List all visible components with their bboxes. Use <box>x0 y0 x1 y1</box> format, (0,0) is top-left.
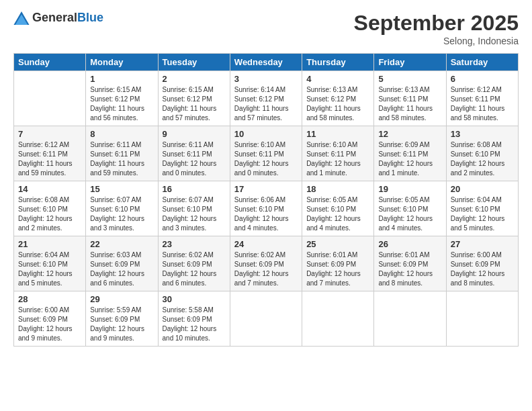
day-number: 1 <box>90 74 153 84</box>
day-info: Sunrise: 6:15 AM Sunset: 6:12 PM Dayligh… <box>90 85 153 123</box>
calendar-header-row: SundayMondayTuesdayWednesdayThursdayFrid… <box>14 54 519 71</box>
calendar-table: SundayMondayTuesdayWednesdayThursdayFrid… <box>13 53 519 347</box>
calendar-cell: 5Sunrise: 6:13 AM Sunset: 6:11 PM Daylig… <box>374 71 446 126</box>
calendar-cell: 9Sunrise: 6:11 AM Sunset: 6:11 PM Daylig… <box>158 126 230 181</box>
calendar-cell: 28Sunrise: 6:00 AM Sunset: 6:09 PM Dayli… <box>14 291 86 347</box>
calendar-week-row: 21Sunrise: 6:04 AM Sunset: 6:10 PM Dayli… <box>14 236 519 291</box>
calendar-week-row: 28Sunrise: 6:00 AM Sunset: 6:09 PM Dayli… <box>14 291 519 347</box>
day-number: 18 <box>306 184 369 194</box>
calendar-cell: 27Sunrise: 6:00 AM Sunset: 6:09 PM Dayli… <box>446 236 518 291</box>
calendar-cell: 13Sunrise: 6:08 AM Sunset: 6:10 PM Dayli… <box>446 126 518 181</box>
header-day: Saturday <box>446 54 518 71</box>
day-number: 16 <box>163 184 226 194</box>
calendar-cell: 24Sunrise: 6:02 AM Sunset: 6:09 PM Dayli… <box>230 236 302 291</box>
location: Selong, Indonesia <box>354 36 519 46</box>
calendar-cell: 17Sunrise: 6:06 AM Sunset: 6:10 PM Dayli… <box>230 181 302 236</box>
day-info: Sunrise: 6:01 AM Sunset: 6:09 PM Dayligh… <box>306 250 369 288</box>
day-number: 24 <box>234 239 298 249</box>
calendar-week-row: 7Sunrise: 6:12 AM Sunset: 6:11 PM Daylig… <box>14 126 519 181</box>
header-day: Wednesday <box>230 54 302 71</box>
day-info: Sunrise: 6:04 AM Sunset: 6:10 PM Dayligh… <box>18 250 81 288</box>
logo-icon <box>13 11 30 25</box>
calendar-cell: 14Sunrise: 6:08 AM Sunset: 6:10 PM Dayli… <box>14 181 86 236</box>
day-info: Sunrise: 6:14 AM Sunset: 6:12 PM Dayligh… <box>234 85 298 123</box>
logo-general: General <box>32 11 77 24</box>
day-info: Sunrise: 6:10 AM Sunset: 6:11 PM Dayligh… <box>234 140 298 178</box>
logo-blue: Blue <box>77 11 103 24</box>
calendar-cell: 1Sunrise: 6:15 AM Sunset: 6:12 PM Daylig… <box>86 71 158 126</box>
calendar-cell: 22Sunrise: 6:03 AM Sunset: 6:09 PM Dayli… <box>86 236 158 291</box>
calendar-cell: 12Sunrise: 6:09 AM Sunset: 6:11 PM Dayli… <box>374 126 446 181</box>
day-info: Sunrise: 6:02 AM Sunset: 6:09 PM Dayligh… <box>234 250 298 288</box>
day-info: Sunrise: 6:11 AM Sunset: 6:11 PM Dayligh… <box>90 140 153 178</box>
day-number: 3 <box>234 74 298 84</box>
day-number: 30 <box>163 294 226 304</box>
day-info: Sunrise: 6:12 AM Sunset: 6:11 PM Dayligh… <box>451 85 514 123</box>
day-number: 7 <box>18 129 81 139</box>
day-number: 13 <box>451 129 514 139</box>
logo-text: GeneralBlue <box>32 11 103 25</box>
day-number: 8 <box>90 129 153 139</box>
day-info: Sunrise: 6:00 AM Sunset: 6:09 PM Dayligh… <box>18 306 81 343</box>
calendar-cell <box>230 291 302 347</box>
day-number: 6 <box>451 74 514 84</box>
day-info: Sunrise: 6:09 AM Sunset: 6:11 PM Dayligh… <box>378 140 441 178</box>
day-number: 26 <box>378 239 441 249</box>
day-info: Sunrise: 6:02 AM Sunset: 6:09 PM Dayligh… <box>163 250 226 288</box>
title-block: September 2025 Selong, Indonesia <box>354 11 519 46</box>
header-day: Thursday <box>302 54 374 71</box>
day-info: Sunrise: 6:15 AM Sunset: 6:12 PM Dayligh… <box>163 85 226 123</box>
day-info: Sunrise: 6:00 AM Sunset: 6:09 PM Dayligh… <box>451 250 514 288</box>
day-number: 28 <box>18 294 81 304</box>
header-day: Monday <box>86 54 158 71</box>
day-number: 27 <box>451 239 514 249</box>
header: GeneralBlue September 2025 Selong, Indon… <box>13 11 519 46</box>
calendar-cell: 7Sunrise: 6:12 AM Sunset: 6:11 PM Daylig… <box>14 126 86 181</box>
day-info: Sunrise: 6:11 AM Sunset: 6:11 PM Dayligh… <box>163 140 226 178</box>
calendar-cell <box>446 291 518 347</box>
day-number: 25 <box>306 239 369 249</box>
day-number: 2 <box>163 74 226 84</box>
calendar-cell: 29Sunrise: 5:59 AM Sunset: 6:09 PM Dayli… <box>86 291 158 347</box>
calendar-cell: 2Sunrise: 6:15 AM Sunset: 6:12 PM Daylig… <box>158 71 230 126</box>
day-info: Sunrise: 6:03 AM Sunset: 6:09 PM Dayligh… <box>90 250 153 288</box>
calendar-cell: 18Sunrise: 6:05 AM Sunset: 6:10 PM Dayli… <box>302 181 374 236</box>
day-number: 17 <box>234 184 298 194</box>
calendar-week-row: 14Sunrise: 6:08 AM Sunset: 6:10 PM Dayli… <box>14 181 519 236</box>
calendar-cell: 25Sunrise: 6:01 AM Sunset: 6:09 PM Dayli… <box>302 236 374 291</box>
day-info: Sunrise: 6:12 AM Sunset: 6:11 PM Dayligh… <box>18 140 81 178</box>
calendar-cell: 21Sunrise: 6:04 AM Sunset: 6:10 PM Dayli… <box>14 236 86 291</box>
day-info: Sunrise: 6:06 AM Sunset: 6:10 PM Dayligh… <box>234 195 298 233</box>
day-number: 20 <box>451 184 514 194</box>
calendar-cell: 23Sunrise: 6:02 AM Sunset: 6:09 PM Dayli… <box>158 236 230 291</box>
day-info: Sunrise: 6:04 AM Sunset: 6:10 PM Dayligh… <box>451 195 514 233</box>
day-number: 5 <box>378 74 441 84</box>
day-info: Sunrise: 6:13 AM Sunset: 6:12 PM Dayligh… <box>306 85 369 123</box>
calendar-cell: 11Sunrise: 6:10 AM Sunset: 6:11 PM Dayli… <box>302 126 374 181</box>
month-title: September 2025 <box>354 11 519 36</box>
calendar-week-row: 1Sunrise: 6:15 AM Sunset: 6:12 PM Daylig… <box>14 71 519 126</box>
page: GeneralBlue September 2025 Selong, Indon… <box>0 0 532 411</box>
day-number: 19 <box>378 184 441 194</box>
logo: GeneralBlue <box>13 11 103 25</box>
day-info: Sunrise: 6:07 AM Sunset: 6:10 PM Dayligh… <box>90 195 153 233</box>
calendar-cell <box>14 71 86 126</box>
day-info: Sunrise: 6:05 AM Sunset: 6:10 PM Dayligh… <box>306 195 369 233</box>
calendar-cell: 19Sunrise: 6:05 AM Sunset: 6:10 PM Dayli… <box>374 181 446 236</box>
calendar-cell: 6Sunrise: 6:12 AM Sunset: 6:11 PM Daylig… <box>446 71 518 126</box>
calendar-cell <box>302 291 374 347</box>
header-day: Tuesday <box>158 54 230 71</box>
header-day: Friday <box>374 54 446 71</box>
day-number: 9 <box>163 129 226 139</box>
day-info: Sunrise: 6:05 AM Sunset: 6:10 PM Dayligh… <box>378 195 441 233</box>
day-number: 23 <box>163 239 226 249</box>
calendar-cell: 26Sunrise: 6:01 AM Sunset: 6:09 PM Dayli… <box>374 236 446 291</box>
calendar-cell: 20Sunrise: 6:04 AM Sunset: 6:10 PM Dayli… <box>446 181 518 236</box>
day-info: Sunrise: 5:59 AM Sunset: 6:09 PM Dayligh… <box>90 306 153 343</box>
day-number: 21 <box>18 239 81 249</box>
day-number: 22 <box>90 239 153 249</box>
day-info: Sunrise: 6:01 AM Sunset: 6:09 PM Dayligh… <box>378 250 441 288</box>
day-number: 15 <box>90 184 153 194</box>
calendar-cell: 3Sunrise: 6:14 AM Sunset: 6:12 PM Daylig… <box>230 71 302 126</box>
day-number: 29 <box>90 294 153 304</box>
